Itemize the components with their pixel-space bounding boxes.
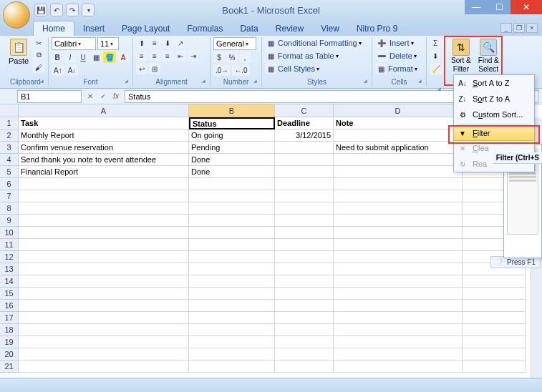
inc-decimal[interactable]: .0→ bbox=[213, 64, 231, 76]
cell-styles-label[interactable]: Cell Styles bbox=[278, 64, 315, 73]
delete-label[interactable]: Delete bbox=[389, 52, 412, 60]
row-header[interactable]: 10 bbox=[0, 227, 19, 239]
cell[interactable] bbox=[189, 275, 275, 288]
menu-custom-sort[interactable]: ⚙Custom Sort... bbox=[454, 107, 534, 122]
orientation[interactable]: ↗ bbox=[175, 37, 186, 49]
cond-format-icon[interactable]: ▦ bbox=[265, 37, 276, 49]
cell[interactable] bbox=[334, 312, 463, 324]
cancel-formula-icon[interactable]: ✕ bbox=[84, 91, 96, 102]
name-box[interactable]: B1 bbox=[17, 90, 82, 103]
wrap-text[interactable]: ↩ bbox=[136, 63, 147, 74]
italic-button[interactable]: I bbox=[64, 52, 76, 63]
row-header[interactable]: 9 bbox=[0, 215, 19, 227]
cell[interactable] bbox=[275, 215, 334, 227]
tab-data[interactable]: Data bbox=[231, 21, 266, 36]
enter-formula-icon[interactable]: ✓ bbox=[97, 91, 109, 102]
cell[interactable] bbox=[19, 239, 189, 251]
menu-filter[interactable]: ▼Filter bbox=[453, 125, 535, 141]
tab-view[interactable]: View bbox=[312, 21, 348, 36]
qat-customize[interactable] bbox=[82, 4, 95, 16]
cell[interactable] bbox=[275, 227, 334, 239]
cell-c1[interactable]: Deadline bbox=[275, 117, 334, 129]
cell[interactable] bbox=[189, 348, 275, 361]
cell[interactable] bbox=[189, 202, 275, 215]
merge-center[interactable]: ⊞ bbox=[149, 63, 160, 74]
cell[interactable] bbox=[189, 239, 275, 251]
font-color-button[interactable]: A bbox=[117, 52, 129, 63]
menu-sort-za[interactable]: Z↓Sort Z to A bbox=[454, 91, 534, 107]
cell[interactable] bbox=[275, 324, 334, 336]
cell[interactable] bbox=[19, 215, 189, 227]
cell[interactable] bbox=[334, 251, 463, 263]
cell[interactable] bbox=[275, 336, 334, 348]
cell[interactable] bbox=[189, 336, 275, 348]
cell-a1[interactable]: Task bbox=[19, 117, 189, 129]
row-header[interactable]: 13 bbox=[0, 263, 19, 275]
doc-close[interactable]: × bbox=[526, 23, 538, 33]
grow-font-button[interactable]: A↑ bbox=[52, 64, 64, 76]
save-icon[interactable]: 💾 bbox=[34, 4, 47, 16]
percent-button[interactable]: % bbox=[226, 52, 238, 63]
row-header[interactable]: 21 bbox=[0, 361, 19, 373]
col-header-d[interactable]: D bbox=[334, 104, 463, 117]
cell[interactable] bbox=[334, 166, 463, 178]
tab-insert[interactable]: Insert bbox=[74, 21, 113, 36]
cell[interactable] bbox=[275, 251, 334, 263]
cell[interactable] bbox=[19, 312, 189, 324]
delete-cells-icon[interactable]: ➖ bbox=[375, 50, 388, 62]
cell[interactable] bbox=[275, 300, 334, 312]
cell[interactable]: Pending bbox=[189, 142, 275, 154]
cell[interactable] bbox=[189, 263, 275, 275]
paste-button[interactable]: 📋 Paste bbox=[6, 37, 32, 67]
row-header[interactable]: 4 bbox=[0, 154, 19, 166]
cell[interactable] bbox=[189, 324, 275, 336]
doc-minimize[interactable]: _ bbox=[500, 23, 512, 33]
cell[interactable]: Financial Report bbox=[19, 166, 189, 178]
cell-b1[interactable]: Status bbox=[189, 117, 275, 129]
row-header[interactable]: 14 bbox=[0, 275, 19, 288]
cell[interactable] bbox=[19, 361, 189, 373]
minimize-button[interactable]: — bbox=[465, 0, 488, 14]
cell[interactable] bbox=[275, 190, 334, 202]
cell[interactable] bbox=[463, 275, 526, 288]
cell[interactable] bbox=[19, 263, 189, 275]
align-center[interactable]: ≡ bbox=[149, 50, 160, 62]
align-middle[interactable]: ≡ bbox=[149, 37, 160, 49]
shrink-font-button[interactable]: A↓ bbox=[66, 64, 79, 76]
comma-button[interactable]: , bbox=[239, 52, 251, 63]
row-header[interactable]: 5 bbox=[0, 166, 19, 178]
row-header[interactable]: 3 bbox=[0, 142, 19, 154]
cell[interactable] bbox=[275, 361, 334, 373]
cell[interactable] bbox=[275, 263, 334, 275]
cell[interactable] bbox=[275, 154, 334, 166]
format-label[interactable]: Format bbox=[388, 64, 413, 73]
tab-review[interactable]: Review bbox=[267, 21, 312, 36]
row-header[interactable]: 8 bbox=[0, 202, 19, 215]
cell[interactable] bbox=[334, 263, 463, 275]
cell[interactable]: Confirm venue reservation bbox=[19, 142, 189, 154]
cell[interactable] bbox=[189, 215, 275, 227]
redo-icon[interactable]: ↷ bbox=[66, 4, 79, 16]
row-header[interactable]: 7 bbox=[0, 190, 19, 202]
cell[interactable] bbox=[334, 215, 463, 227]
cell[interactable]: Send thank you note to event attendee bbox=[19, 154, 189, 166]
font-size-combo[interactable]: 11 bbox=[97, 37, 119, 50]
cell[interactable] bbox=[334, 361, 463, 373]
autosum-icon[interactable]: Σ bbox=[430, 37, 441, 49]
cell[interactable] bbox=[334, 336, 463, 348]
cell[interactable] bbox=[463, 300, 526, 312]
close-button[interactable]: ✕ bbox=[510, 0, 542, 14]
cell[interactable] bbox=[19, 202, 189, 215]
row-header[interactable]: 20 bbox=[0, 348, 19, 361]
currency-button[interactable]: $ bbox=[213, 52, 225, 63]
cell[interactable] bbox=[275, 275, 334, 288]
cell[interactable] bbox=[463, 312, 526, 324]
cell[interactable] bbox=[275, 348, 334, 361]
cell[interactable]: Monthly Report bbox=[19, 129, 189, 142]
cell-styles-icon[interactable]: ▦ bbox=[265, 63, 276, 74]
fill-color-button[interactable]: 🪣 bbox=[103, 52, 116, 63]
cell[interactable] bbox=[19, 336, 189, 348]
cell[interactable] bbox=[463, 288, 526, 300]
underline-button[interactable]: U bbox=[77, 52, 89, 63]
cell[interactable] bbox=[19, 300, 189, 312]
